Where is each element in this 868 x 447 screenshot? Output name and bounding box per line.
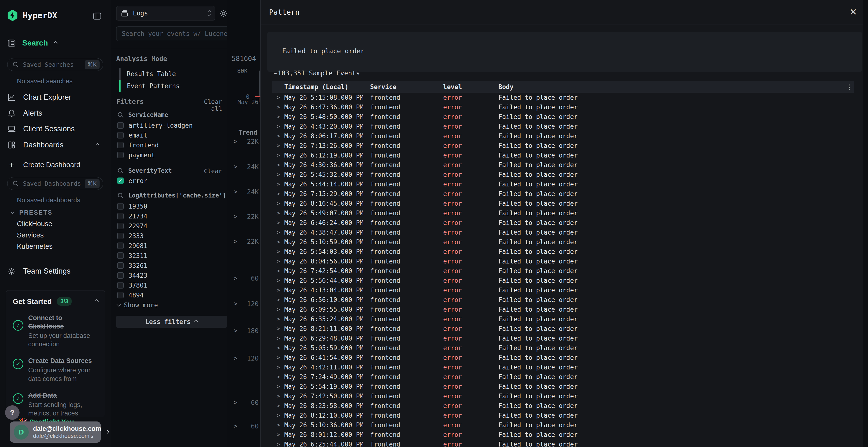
filter-search-icon[interactable] — [117, 192, 124, 199]
sidebar-item-client-sessions[interactable]: Client Sessions — [7, 125, 104, 133]
table-row[interactable]: >May 26 6:29:48.000 PMfrontenderrorFaile… — [272, 334, 854, 343]
mode-results-table[interactable]: Results Table — [119, 68, 176, 80]
table-row[interactable]: >May 26 6:35:24.000 PMfrontenderrorFaile… — [272, 314, 854, 324]
table-row[interactable]: >May 26 5:54:03.000 PMfrontenderrorFaile… — [272, 247, 854, 256]
checkbox[interactable] — [117, 152, 124, 158]
filter-option[interactable]: email — [117, 130, 223, 140]
checkbox[interactable] — [117, 203, 124, 209]
clear-severity-link[interactable]: Clear — [198, 168, 222, 175]
row-chevron-icon[interactable]: > — [272, 316, 284, 322]
get-started-step[interactable]: ✓ Connect to ClickHouse Set up your data… — [13, 314, 98, 348]
pattern-row[interactable]: >180 — [227, 326, 261, 336]
table-row[interactable]: >May 26 5:10:59.000 PMfrontenderrorFaile… — [272, 237, 854, 247]
table-row[interactable]: >May 26 5:45:32.000 PMfrontenderrorFaile… — [272, 170, 854, 179]
row-chevron-icon[interactable]: > — [272, 354, 284, 361]
pattern-row[interactable]: >60 — [227, 274, 261, 283]
saved-dashboards-input[interactable]: ⌘K — [7, 177, 103, 190]
row-chevron-icon[interactable]: > — [272, 364, 284, 371]
pattern-row[interactable]: >60 — [227, 421, 261, 431]
checkbox[interactable] — [117, 243, 124, 249]
help-button[interactable]: ? — [5, 405, 20, 420]
chevron-up-icon[interactable] — [54, 41, 58, 45]
saved-searches-input[interactable]: ⌘K — [7, 58, 103, 71]
checkbox[interactable] — [117, 292, 124, 299]
collapse-sidebar-icon[interactable] — [93, 12, 101, 20]
row-chevron-icon[interactable]: > — [272, 133, 284, 139]
filter-option[interactable]: 21734 — [117, 211, 223, 221]
row-chevron-icon[interactable]: > — [272, 306, 284, 313]
chevron-up-icon[interactable] — [95, 143, 100, 147]
checkbox[interactable] — [117, 233, 124, 239]
table-row[interactable]: >May 26 6:47:36.000 PMfrontenderrorFaile… — [272, 102, 854, 112]
row-chevron-icon[interactable]: > — [272, 94, 284, 101]
filter-option[interactable]: ✓error — [117, 176, 223, 186]
row-chevron-icon[interactable]: > — [272, 431, 284, 438]
row-chevron-icon[interactable]: > — [272, 268, 284, 274]
preset-services[interactable]: Services — [17, 231, 44, 239]
clear-all-link[interactable]: Clear all — [191, 98, 222, 112]
table-row[interactable]: >May 26 6:56:10.000 PMfrontenderrorFaile… — [272, 295, 854, 305]
row-chevron-icon[interactable]: > — [272, 383, 284, 390]
table-row[interactable]: >May 26 6:25:44.000 PMfrontenderrorFaile… — [272, 440, 854, 447]
row-chevron-icon[interactable]: > — [272, 113, 284, 120]
table-row[interactable]: >May 26 8:21:11.000 PMfrontenderrorFaile… — [272, 324, 854, 334]
row-chevron-icon[interactable]: > — [272, 248, 284, 255]
row-chevron-icon[interactable]: > — [272, 142, 284, 149]
source-settings-gear-icon[interactable] — [219, 9, 228, 18]
filter-option[interactable]: frontend — [117, 140, 223, 150]
table-row[interactable]: >May 26 4:38:47.000 PMfrontenderrorFaile… — [272, 228, 854, 237]
table-row[interactable]: >May 26 8:01:12.000 PMfrontenderrorFaile… — [272, 430, 854, 440]
row-chevron-icon[interactable]: > — [272, 403, 284, 409]
get-started-step[interactable]: ✓ Create Data Sources Configure where yo… — [13, 357, 98, 383]
row-chevron-icon[interactable]: > — [272, 374, 284, 380]
row-chevron-icon[interactable]: > — [272, 162, 284, 168]
saved-searches-field[interactable] — [23, 61, 85, 68]
table-row[interactable]: >May 26 8:12:10.000 PMfrontenderrorFaile… — [272, 411, 854, 420]
filter-option[interactable]: 29081 — [117, 241, 223, 251]
checkbox[interactable] — [117, 223, 124, 229]
sidebar-item-chart-explorer[interactable]: Chart Explorer — [7, 93, 104, 102]
table-row[interactable]: >May 26 8:06:17.000 PMfrontenderrorFaile… — [272, 131, 854, 141]
table-row[interactable]: >May 26 6:46:24.000 PMfrontenderrorFaile… — [272, 218, 854, 228]
checkbox[interactable] — [117, 213, 124, 219]
checkbox[interactable] — [117, 282, 124, 288]
preset-kubernetes[interactable]: Kubernetes — [17, 243, 53, 250]
filter-search-icon[interactable] — [117, 111, 124, 118]
table-row[interactable]: >May 26 7:42:50.000 PMfrontenderrorFaile… — [272, 391, 854, 401]
pattern-row[interactable]: >24K — [227, 162, 261, 172]
table-row[interactable]: >May 26 5:54:19.000 PMfrontenderrorFaile… — [272, 382, 854, 391]
filter-option[interactable]: 33261 — [117, 261, 223, 271]
row-chevron-icon[interactable]: > — [272, 325, 284, 332]
pattern-row[interactable]: >24K — [227, 187, 261, 197]
table-row[interactable]: >May 26 5:05:59.000 PMfrontenderrorFaile… — [272, 343, 854, 353]
filter-option[interactable]: artillery-loadgen — [117, 121, 223, 130]
checkbox[interactable] — [117, 262, 124, 269]
sidebar-item-alerts[interactable]: Alerts — [7, 109, 104, 117]
pattern-row[interactable]: >22K — [227, 212, 261, 221]
table-row[interactable]: >May 26 5:15:08.000 PMfrontenderrorFaile… — [272, 93, 854, 102]
column-header-body[interactable]: Body — [498, 83, 845, 91]
row-chevron-icon[interactable]: > — [272, 393, 284, 400]
table-row[interactable]: >May 26 4:42:11.000 PMfrontenderrorFaile… — [272, 363, 854, 372]
row-chevron-icon[interactable]: > — [272, 335, 284, 342]
preset-clickhouse[interactable]: ClickHouse — [17, 220, 52, 228]
filter-option[interactable]: 37801 — [117, 280, 223, 290]
row-chevron-icon[interactable]: > — [272, 181, 284, 187]
row-chevron-icon[interactable]: > — [272, 210, 284, 216]
pattern-row[interactable]: >120 — [227, 353, 261, 363]
checkbox[interactable] — [117, 252, 124, 259]
row-chevron-icon[interactable]: > — [272, 412, 284, 419]
table-row[interactable]: >May 26 6:41:54.000 PMfrontenderrorFaile… — [272, 353, 854, 363]
table-row[interactable]: >May 26 5:49:07.000 PMfrontenderrorFaile… — [272, 208, 854, 218]
row-chevron-icon[interactable]: > — [272, 287, 284, 294]
source-select[interactable]: Logs — [116, 6, 215, 21]
table-row[interactable]: >May 26 5:10:36.000 PMfrontenderrorFaile… — [272, 420, 854, 430]
user-menu[interactable]: D dale@clickhouse.com dale@clickhouse.co… — [10, 421, 101, 443]
row-chevron-icon[interactable]: > — [272, 239, 284, 245]
close-icon[interactable]: ✕ — [849, 7, 857, 18]
row-chevron-icon[interactable]: > — [272, 345, 284, 351]
create-dashboard-button[interactable]: + Create Dashboard — [7, 160, 104, 170]
column-header-service[interactable]: Service — [370, 83, 443, 91]
pattern-row[interactable]: >22K — [227, 237, 261, 246]
row-chevron-icon[interactable]: > — [272, 297, 284, 303]
